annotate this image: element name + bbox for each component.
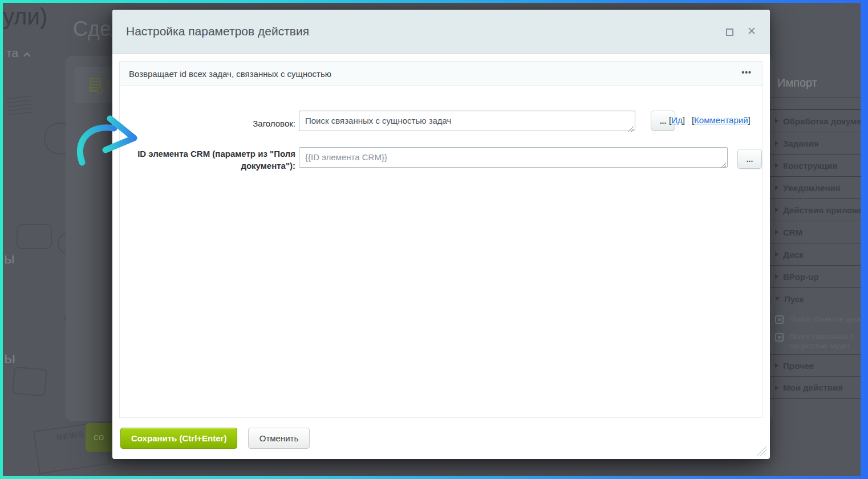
sidebar-section-disk[interactable]: Диск bbox=[767, 243, 861, 265]
chevron-right-icon bbox=[775, 119, 778, 123]
sidebar-section-my-actions[interactable]: Мои действия bbox=[767, 376, 861, 399]
cancel-button[interactable]: Отменить bbox=[248, 428, 310, 449]
title-field[interactable]: Поиск связанных с сущностью задач bbox=[299, 111, 635, 131]
browser-frame: NEWS NEWS ули) та Сдел П ы ы со Импорт О… bbox=[0, 0, 868, 479]
crm-id-field[interactable]: {{ID элемента CRM}} bbox=[299, 147, 728, 168]
dialog-title: Настройка параметров действия bbox=[126, 25, 309, 38]
sidebar-section-tasks[interactable]: Задания bbox=[767, 132, 861, 154]
chevron-right-icon bbox=[775, 230, 778, 234]
chevron-right-icon bbox=[775, 274, 778, 279]
sidebar-accordion: Обработка документа Задания Конструкции … bbox=[767, 109, 861, 399]
title-field-wrap: Поиск связанных с сущностью задач bbox=[299, 111, 635, 133]
action-settings-dialog: Настройка параметров действия ✕ Возвраща… bbox=[112, 10, 770, 459]
chevron-right-icon bbox=[775, 163, 778, 168]
link-wrap: Ид bbox=[669, 115, 685, 125]
chevron-right-icon bbox=[775, 385, 778, 390]
id-link[interactable]: Ид bbox=[671, 115, 683, 125]
sidebar-item-related-tasks-search[interactable]: Поиск связанных с сущностью задач bbox=[767, 327, 861, 354]
actions-sidebar: Импорт Обработка документа Задания Конст… bbox=[767, 3, 861, 476]
sidebar-section-crm[interactable]: CRM bbox=[767, 221, 861, 243]
crm-id-field-label: ID элемента CRM (параметр из "Поля докум… bbox=[130, 148, 295, 172]
action-icon bbox=[775, 315, 784, 324]
action-description: Возвращает id всех задач, связанных с су… bbox=[129, 69, 331, 79]
insert-links: Ид Комментарий bbox=[669, 115, 751, 125]
doodle bbox=[17, 224, 52, 249]
more-menu-icon[interactable]: ••• bbox=[741, 68, 752, 77]
maximize-icon[interactable] bbox=[726, 29, 733, 36]
dialog-resize-grip-icon[interactable] bbox=[757, 446, 766, 456]
background-text-fragment: ы bbox=[4, 250, 15, 267]
chevron-right-icon bbox=[775, 363, 778, 368]
sidebar-section-other[interactable]: Прочее bbox=[767, 354, 861, 376]
crm-id-field-wrap: {{ID элемента CRM}} bbox=[299, 147, 728, 170]
chevron-right-icon bbox=[775, 141, 778, 145]
doodle bbox=[6, 93, 33, 116]
sidebar-section-constructions[interactable]: Конструкции bbox=[767, 154, 861, 176]
sidebar-section-notifications[interactable]: Уведомления bbox=[767, 176, 861, 198]
sidebar-section-bpopup[interactable]: BPop-up bbox=[767, 265, 861, 287]
document-gear-icon bbox=[90, 78, 101, 92]
background-field-label: та bbox=[6, 46, 28, 60]
background-title-fragment: ули) bbox=[3, 4, 47, 30]
app-page: NEWS NEWS ули) та Сдел П ы ы со Импорт О… bbox=[3, 3, 861, 476]
background-text-fragment: ы bbox=[4, 349, 15, 367]
doodle bbox=[12, 367, 47, 397]
link-wrap: Комментарий bbox=[692, 115, 751, 125]
chevron-right-icon bbox=[775, 208, 778, 212]
title-field-label: Заголовок: bbox=[130, 117, 295, 129]
chevron-down-icon bbox=[775, 297, 780, 301]
sidebar-section-app-actions[interactable]: Действия приложений bbox=[767, 198, 861, 221]
sidebar-item-disk-search[interactable]: Поиск объектов диска bbox=[767, 310, 861, 327]
action-icon bbox=[775, 333, 784, 342]
save-button[interactable]: Сохранить (Ctrl+Enter) bbox=[120, 428, 237, 449]
crm-id-more-button[interactable]: ... bbox=[737, 149, 762, 169]
dialog-header: Настройка параметров действия ✕ bbox=[112, 10, 770, 54]
comment-link[interactable]: Комментарий bbox=[694, 115, 748, 125]
dialog-body: Возвращает id всех задач, связанных с су… bbox=[119, 61, 762, 418]
action-description-bar: Возвращает id всех задач, связанных с су… bbox=[120, 62, 762, 86]
sidebar-section-pusk[interactable]: Пуск bbox=[767, 287, 861, 310]
close-icon[interactable]: ✕ bbox=[747, 25, 756, 38]
sidebar-section-document-processing[interactable]: Обработка документа bbox=[767, 109, 861, 132]
chevron-right-icon bbox=[775, 252, 778, 257]
sidebar-header: Импорт bbox=[777, 76, 817, 90]
chevron-up-icon bbox=[23, 52, 31, 60]
chevron-right-icon bbox=[775, 185, 778, 190]
